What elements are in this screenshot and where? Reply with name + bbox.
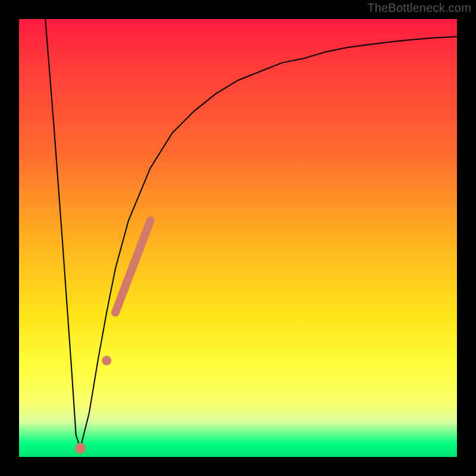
highlight-dot-upper (102, 356, 111, 365)
watermark-text: TheBottleneck.com (367, 1, 471, 15)
bottleneck-curve (45, 19, 457, 448)
highlight-dot-lower (75, 443, 86, 453)
chart-frame: TheBottleneck.com (0, 0, 476, 476)
highlight-segment (115, 221, 151, 313)
plot-area (19, 19, 457, 457)
curve-svg (19, 19, 457, 457)
